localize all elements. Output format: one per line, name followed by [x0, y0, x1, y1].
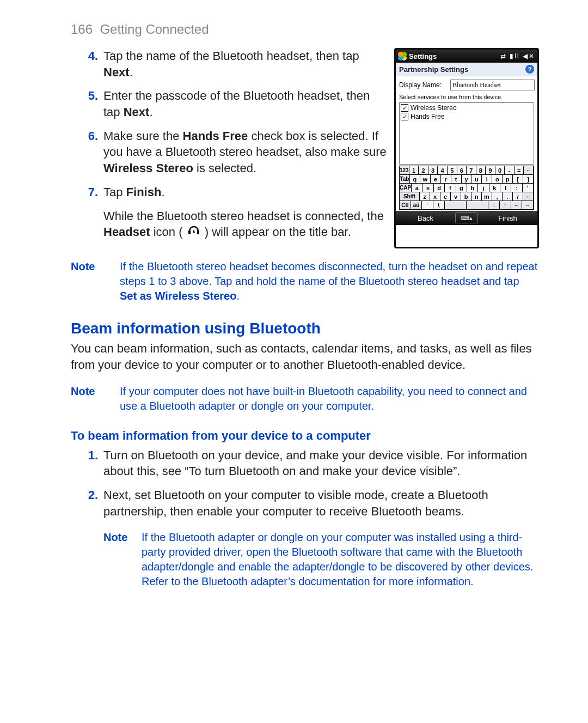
section-title: Getting Connected — [100, 22, 209, 37]
services-hint: Select services to use from this device. — [399, 94, 534, 100]
device-title: Settings — [409, 52, 498, 60]
note-1: Note If the Bluetooth stereo headset bec… — [71, 259, 539, 303]
note-label: Note — [71, 259, 120, 303]
proc-step-2: 2. Next, set Bluetooth on your computer … — [71, 487, 539, 519]
note-3: Note If the Bluetooth adapter or dongle … — [103, 530, 539, 589]
step-body: Next, set Bluetooth on your computer to … — [103, 487, 539, 519]
start-icon — [398, 52, 407, 60]
step-6: 6. Make sure the Hands Free check box is… — [71, 128, 387, 177]
note-2: Note If your computer does not have buil… — [71, 384, 539, 414]
status-icons: ⇄ ▮ll ◀✕ — [500, 52, 535, 60]
softkey-finish[interactable]: Finish — [478, 214, 537, 222]
softkey-sip[interactable]: ⌨▴ — [455, 212, 478, 223]
procedure-heading: To beam information from your device to … — [71, 429, 539, 443]
service-wireless-stereo[interactable]: ✓Wireless Stereo — [401, 104, 532, 112]
step-7: 7. Tap Finish. — [71, 184, 387, 201]
step-5: 5. Enter the passcode of the Bluetooth h… — [71, 88, 387, 120]
services-list: ✓Wireless Stereo ✓Hands Free — [399, 102, 534, 165]
step-number: 5. — [71, 88, 103, 120]
svg-rect-1 — [197, 230, 199, 234]
display-name-label: Display Name: — [399, 81, 446, 89]
page-number: 166 — [71, 22, 93, 37]
section-heading-beam: Beam information using Bluetooth — [71, 320, 539, 337]
device-screenshot: Settings ⇄ ▮ll ◀✕ Partnership Settings ?… — [394, 48, 539, 248]
step-4: 4. Tap the name of the Bluetooth headset… — [71, 48, 387, 80]
device-subtitle: Partnership Settings — [399, 65, 468, 74]
checkbox-icon: ✓ — [401, 113, 408, 120]
device-subtitle-bar: Partnership Settings ? — [396, 63, 537, 76]
help-icon[interactable]: ? — [525, 65, 534, 74]
device-titlebar: Settings ⇄ ▮ll ◀✕ — [396, 50, 537, 63]
step-number: 4. — [71, 48, 103, 80]
running-header: 166 Getting Connected — [71, 22, 539, 37]
checkbox-icon: ✓ — [401, 104, 408, 112]
note-label: Note — [103, 530, 142, 589]
proc-step-1: 1. Turn on Bluetooth on your device, and… — [71, 447, 539, 479]
svg-rect-0 — [188, 230, 191, 234]
note-text: If your computer does not have built-in … — [120, 384, 539, 414]
service-hands-free[interactable]: ✓Hands Free — [401, 113, 532, 120]
step-number: 1. — [71, 447, 103, 479]
step-number: 6. — [71, 128, 103, 177]
step-7-continuation: While the Bluetooth stereo headset is co… — [103, 208, 387, 241]
step-number: 2. — [71, 487, 103, 519]
softkey-back[interactable]: Back — [396, 214, 455, 222]
display-name-field[interactable] — [450, 80, 535, 90]
on-screen-keyboard[interactable]: 1231234567890-=← Tabqwertyuiop[] CAPasdf… — [399, 166, 534, 210]
step-number: 7. — [71, 184, 103, 201]
note-text: If the Bluetooth adapter or dongle on yo… — [142, 530, 539, 589]
headset-icon — [187, 225, 200, 241]
steps-column: 4. Tap the name of the Bluetooth headset… — [71, 48, 387, 248]
beam-paragraph: You can beam information, such as contac… — [71, 341, 539, 373]
note-label: Note — [71, 384, 120, 414]
step-body: Turn on Bluetooth on your device, and ma… — [103, 447, 539, 479]
